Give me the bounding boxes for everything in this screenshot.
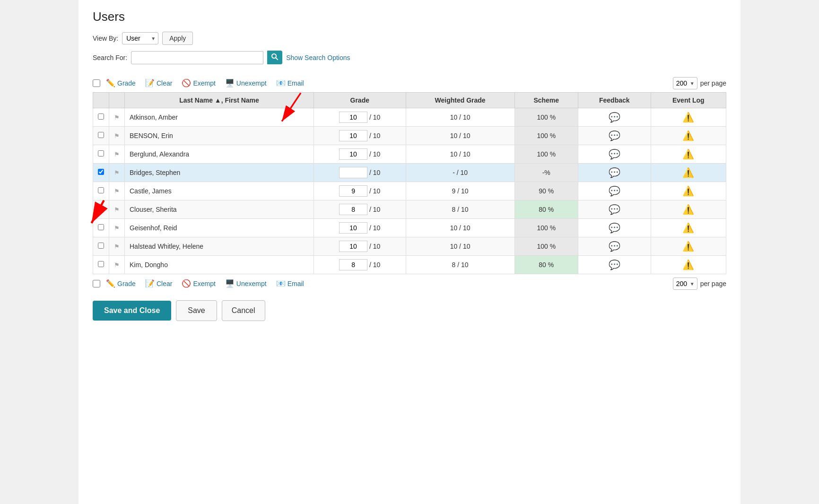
- feedback-cell[interactable]: 💬: [578, 127, 651, 145]
- event-log-icon[interactable]: ⚠️: [682, 204, 694, 215]
- email-icon-bottom: 📧: [276, 279, 286, 288]
- event-log-cell[interactable]: ⚠️: [651, 200, 726, 219]
- feedback-cell[interactable]: 💬: [578, 200, 651, 219]
- col-feedback: Feedback: [578, 93, 651, 108]
- event-log-cell[interactable]: ⚠️: [651, 164, 726, 182]
- event-log-icon[interactable]: ⚠️: [682, 167, 694, 178]
- view-by-select-wrapper: User Group Section: [122, 32, 158, 44]
- row-checkbox[interactable]: [98, 224, 104, 230]
- feedback-cell[interactable]: 💬: [578, 108, 651, 127]
- feedback-icon[interactable]: 💬: [609, 186, 620, 196]
- exempt-button-top[interactable]: 🚫 Exempt: [178, 77, 219, 89]
- event-log-icon[interactable]: ⚠️: [682, 223, 694, 233]
- grade-input[interactable]: [339, 204, 367, 215]
- row-checkbox[interactable]: [98, 243, 104, 249]
- feedback-cell[interactable]: 💬: [578, 237, 651, 256]
- grade-input[interactable]: [339, 148, 367, 160]
- clear-button-bottom[interactable]: 📝 Clear: [141, 277, 176, 290]
- event-log-icon[interactable]: ⚠️: [682, 186, 694, 196]
- feedback-icon[interactable]: 💬: [609, 204, 620, 215]
- event-log-cell[interactable]: ⚠️: [651, 145, 726, 164]
- feedback-cell[interactable]: 💬: [578, 164, 651, 182]
- flag-icon: ⚑: [114, 261, 120, 269]
- feedback-cell[interactable]: 💬: [578, 219, 651, 237]
- exempt-icon-bottom: 🚫: [182, 279, 191, 288]
- row-checkbox[interactable]: [98, 113, 104, 120]
- row-checkbox[interactable]: [98, 206, 104, 212]
- page-title: Users: [93, 9, 726, 24]
- grade-input[interactable]: [339, 259, 367, 270]
- row-checkbox[interactable]: [98, 187, 104, 193]
- select-all-checkbox-top[interactable]: [93, 79, 100, 87]
- search-button[interactable]: [267, 51, 282, 64]
- feedback-cell[interactable]: 💬: [578, 145, 651, 164]
- grade-icon-top: ✏️: [106, 78, 115, 87]
- grade-button-top[interactable]: ✏️ Grade: [102, 77, 139, 89]
- svg-line-5: [276, 58, 278, 60]
- email-button-bottom[interactable]: 📧 Email: [272, 277, 308, 290]
- view-by-select[interactable]: User Group Section: [122, 32, 158, 44]
- event-log-cell[interactable]: ⚠️: [651, 237, 726, 256]
- grade-input[interactable]: [339, 241, 367, 252]
- feedback-cell[interactable]: 💬: [578, 182, 651, 200]
- grade-input[interactable]: [339, 222, 367, 234]
- feedback-icon[interactable]: 💬: [609, 241, 620, 252]
- grade-input[interactable]: [339, 112, 367, 123]
- apply-button[interactable]: Apply: [162, 32, 193, 45]
- feedback-icon[interactable]: 💬: [609, 130, 620, 141]
- select-all-checkbox-bottom[interactable]: [93, 280, 100, 287]
- grade-input[interactable]: [339, 185, 367, 197]
- exempt-button-bottom[interactable]: 🚫 Exempt: [178, 277, 219, 290]
- per-page-label-bottom: per page: [700, 280, 726, 287]
- col-flag: [109, 93, 125, 108]
- feedback-icon[interactable]: 💬: [609, 149, 620, 159]
- event-log-icon[interactable]: ⚠️: [682, 149, 694, 159]
- feedback-icon[interactable]: 💬: [609, 223, 620, 233]
- row-checkbox[interactable]: [98, 169, 104, 175]
- per-page-select-wrapper-top: 50 100 200 All: [673, 77, 697, 89]
- unexempt-button-top[interactable]: 🖥️ Unexempt: [221, 77, 270, 89]
- col-grade: Grade: [314, 93, 406, 108]
- col-name[interactable]: Last Name ▲, First Name: [125, 93, 314, 108]
- scheme-cell: 100 %: [514, 237, 578, 256]
- unexempt-button-bottom[interactable]: 🖥️ Unexempt: [221, 277, 270, 290]
- feedback-icon[interactable]: 💬: [609, 167, 620, 178]
- email-button-top[interactable]: 📧 Email: [272, 77, 308, 89]
- grade-button-bottom[interactable]: ✏️ Grade: [102, 277, 139, 290]
- save-button[interactable]: Save: [176, 300, 217, 321]
- event-log-cell[interactable]: ⚠️: [651, 127, 726, 145]
- row-checkbox[interactable]: [98, 132, 104, 138]
- grade-input[interactable]: [339, 130, 367, 141]
- event-log-cell[interactable]: ⚠️: [651, 219, 726, 237]
- row-checkbox[interactable]: [98, 261, 104, 267]
- grade-cell: / 10: [314, 108, 406, 127]
- event-log-icon[interactable]: ⚠️: [682, 241, 694, 252]
- grade-cell: / 10: [314, 237, 406, 256]
- feedback-icon[interactable]: 💬: [609, 112, 620, 122]
- event-log-cell[interactable]: ⚠️: [651, 256, 726, 274]
- event-log-icon[interactable]: ⚠️: [682, 260, 694, 270]
- grade-input[interactable]: [339, 167, 367, 178]
- event-log-cell[interactable]: ⚠️: [651, 182, 726, 200]
- clear-icon-top: 📝: [145, 78, 155, 87]
- show-search-options-link[interactable]: Show Search Options: [286, 54, 350, 61]
- flag-icon: ⚑: [114, 132, 120, 139]
- per-page-select-bottom[interactable]: 50 100 200 All: [673, 278, 697, 290]
- table-row: ⚑Berglund, Alexandra / 1010 / 10100 %💬⚠️: [93, 145, 726, 164]
- event-log-icon[interactable]: ⚠️: [682, 130, 694, 141]
- save-and-close-button[interactable]: Save and Close: [93, 301, 171, 321]
- feedback-icon[interactable]: 💬: [609, 260, 620, 270]
- event-log-cell[interactable]: ⚠️: [651, 108, 726, 127]
- row-checkbox[interactable]: [98, 150, 104, 156]
- feedback-cell[interactable]: 💬: [578, 256, 651, 274]
- exempt-icon-top: 🚫: [182, 78, 191, 87]
- scheme-cell: 100 %: [514, 219, 578, 237]
- weighted-grade-cell: 10 / 10: [406, 145, 514, 164]
- cancel-button[interactable]: Cancel: [222, 300, 265, 321]
- event-log-icon[interactable]: ⚠️: [682, 112, 694, 122]
- clear-button-top[interactable]: 📝 Clear: [141, 77, 176, 89]
- search-input[interactable]: [131, 51, 263, 64]
- per-page-label-top: per page: [700, 79, 726, 87]
- per-page-select-top[interactable]: 50 100 200 All: [673, 77, 697, 89]
- grade-cell: / 10: [314, 219, 406, 237]
